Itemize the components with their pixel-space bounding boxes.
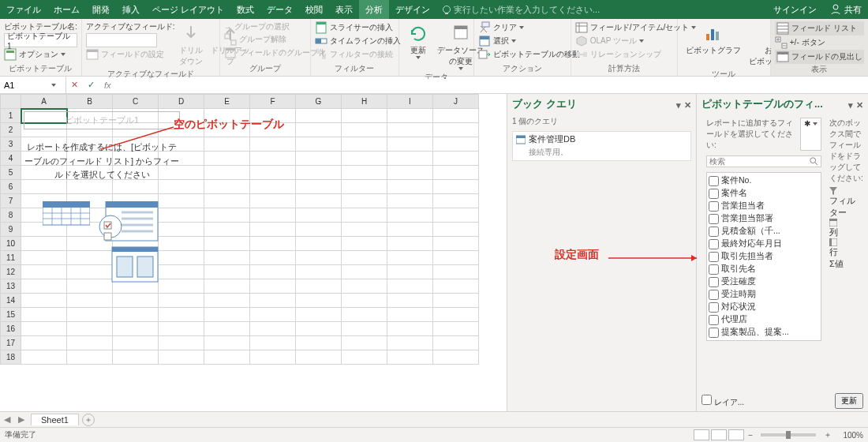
row-header[interactable]: 16 — [1, 322, 21, 336]
menu-pagelayout[interactable]: ページ レイアウト — [146, 0, 230, 19]
cell[interactable] — [250, 336, 296, 350]
sheet-tab-1[interactable]: Sheet1 — [31, 414, 79, 425]
cell[interactable] — [250, 123, 296, 137]
field-item[interactable]: 対応状況 — [709, 301, 819, 313]
field-checkbox[interactable] — [709, 315, 719, 325]
field-checkbox[interactable] — [709, 227, 719, 237]
field-checkbox[interactable] — [709, 290, 719, 300]
cell[interactable] — [342, 123, 387, 137]
col-header[interactable]: A — [21, 95, 67, 109]
update-button[interactable]: 更新 — [835, 393, 863, 409]
cell[interactable] — [342, 208, 387, 223]
cell[interactable] — [21, 336, 67, 350]
cell[interactable] — [387, 350, 433, 365]
cell[interactable] — [204, 166, 250, 180]
cell[interactable] — [342, 308, 387, 322]
cell[interactable] — [387, 237, 433, 251]
cell[interactable] — [433, 308, 479, 322]
menu-view[interactable]: 表示 — [329, 0, 359, 19]
cell[interactable] — [342, 166, 387, 180]
field-item[interactable]: 営業担当部署 — [709, 212, 819, 225]
cell[interactable] — [433, 251, 479, 265]
field-item[interactable]: 取引先名 — [709, 263, 819, 275]
field-checkbox[interactable] — [709, 302, 719, 313]
field-item[interactable]: 最終対応年月日 — [709, 238, 819, 250]
row-header[interactable]: 1 — [1, 109, 21, 123]
cell[interactable] — [67, 294, 113, 308]
active-field-input[interactable] — [86, 33, 157, 47]
refresh-button[interactable]: 更新 — [403, 21, 433, 61]
cell[interactable] — [433, 152, 479, 166]
chevron-down-icon[interactable] — [51, 84, 56, 87]
cell[interactable] — [387, 223, 433, 237]
field-item[interactable]: 取引先担当者 — [709, 250, 819, 263]
row-header[interactable]: 5 — [1, 166, 21, 180]
cell[interactable] — [342, 350, 387, 365]
row-header[interactable]: 2 — [1, 123, 21, 137]
menu-insert[interactable]: 挿入 — [116, 0, 146, 19]
cell[interactable] — [204, 294, 250, 308]
col-header[interactable]: H — [342, 95, 387, 109]
cell[interactable] — [204, 279, 250, 294]
cell[interactable] — [21, 294, 67, 308]
cell[interactable] — [250, 223, 296, 237]
cell[interactable] — [21, 350, 67, 365]
enter-formula-button[interactable]: ✓ — [83, 80, 99, 90]
cell[interactable] — [342, 251, 387, 265]
row-header[interactable]: 12 — [1, 265, 21, 279]
field-checkbox[interactable] — [709, 264, 719, 275]
zoom-out-button[interactable]: − — [745, 431, 756, 440]
cell[interactable] — [342, 294, 387, 308]
cell[interactable] — [433, 350, 479, 365]
cell[interactable] — [387, 251, 433, 265]
pivot-name-input[interactable]: ピボットテーブル1 — [4, 33, 77, 47]
cell[interactable] — [250, 166, 296, 180]
menu-formula[interactable]: 数式 — [230, 0, 260, 19]
cell[interactable] — [342, 180, 387, 194]
cell[interactable] — [159, 294, 204, 308]
cell[interactable] — [204, 322, 250, 336]
zoom-in-button[interactable]: ＋ — [821, 429, 835, 440]
view-normal-button[interactable] — [694, 429, 709, 440]
cell[interactable] — [433, 279, 479, 294]
move-pivot-button[interactable]: ピボットテーブルの移動 — [478, 48, 580, 61]
cell[interactable] — [342, 152, 387, 166]
cell[interactable] — [387, 294, 433, 308]
menu-data[interactable]: データ — [260, 0, 299, 19]
col-header[interactable]: F — [250, 95, 296, 109]
cell[interactable] — [159, 322, 204, 336]
zoom-slider[interactable] — [761, 433, 816, 436]
row-header[interactable]: 14 — [1, 294, 21, 308]
cell[interactable] — [296, 294, 342, 308]
menu-analyze[interactable]: 分析 — [359, 0, 389, 19]
row-header[interactable]: 7 — [1, 194, 21, 208]
cell[interactable] — [250, 308, 296, 322]
field-item[interactable]: 見積金額（千... — [709, 225, 819, 238]
pivot-options-button[interactable]: オプション — [4, 48, 77, 61]
field-checkbox[interactable] — [709, 328, 719, 338]
cell[interactable] — [250, 194, 296, 208]
cell[interactable] — [387, 180, 433, 194]
field-item[interactable]: 案件名 — [709, 187, 819, 200]
cell[interactable] — [387, 137, 433, 152]
formula-input[interactable] — [116, 79, 868, 91]
field-item[interactable]: 案件No. — [709, 174, 819, 187]
pivot-fields-close[interactable]: ✕ — [856, 100, 863, 110]
field-settings-button[interactable]: フィールドの設定 — [86, 48, 175, 61]
cell[interactable] — [204, 350, 250, 365]
cell[interactable] — [250, 237, 296, 251]
cell[interactable] — [296, 251, 342, 265]
cell[interactable] — [113, 294, 159, 308]
cell[interactable] — [159, 336, 204, 350]
cell[interactable] — [296, 194, 342, 208]
field-item[interactable]: 代理店 — [709, 313, 819, 326]
cell[interactable] — [250, 251, 296, 265]
cell[interactable] — [250, 265, 296, 279]
field-list-toggle[interactable]: フィールド リスト — [775, 21, 864, 36]
cell[interactable] — [387, 308, 433, 322]
cell[interactable] — [342, 109, 387, 123]
row-header[interactable]: 6 — [1, 180, 21, 194]
cell[interactable] — [433, 322, 479, 336]
cell[interactable] — [204, 336, 250, 350]
row-header[interactable]: 17 — [1, 336, 21, 350]
